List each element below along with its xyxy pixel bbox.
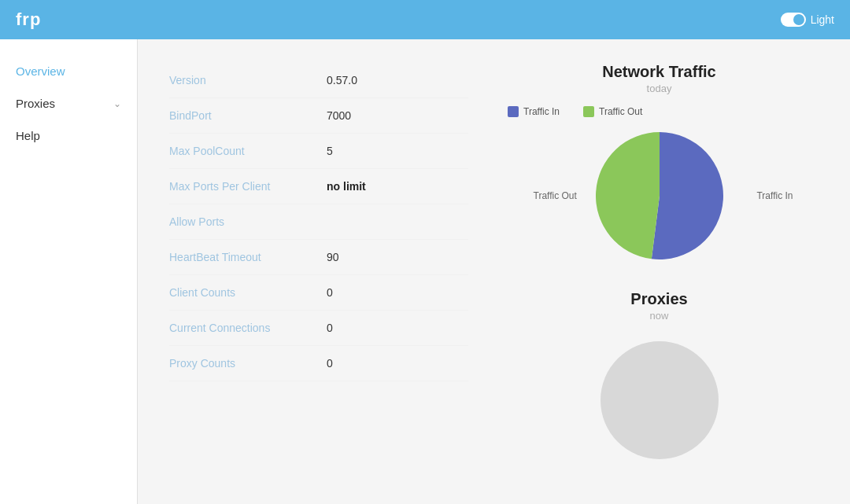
info-panel: Version0.57.0BindPort7000Max PoolCount5M… — [169, 63, 468, 480]
info-value: 90 — [327, 251, 339, 263]
network-traffic-subtitle: today — [647, 83, 672, 94]
info-label: Current Connections — [169, 322, 327, 334]
charts-panel: Network Traffic today Traffic In Traffic… — [500, 63, 819, 480]
info-label: Max PoolCount — [169, 145, 327, 157]
proxies-subtitle: now — [650, 310, 669, 322]
pie-label-right: Traffic In — [756, 190, 793, 201]
legend-traffic-in: Traffic In — [508, 106, 560, 117]
info-value: 0 — [327, 322, 333, 334]
pie-slice-traffic-in — [651, 132, 722, 259]
info-value: 7000 — [327, 109, 351, 122]
info-value: no limit — [327, 180, 366, 193]
info-label: Proxy Counts — [169, 357, 327, 370]
info-row: Max Ports Per Clientno limit — [169, 169, 468, 204]
theme-toggle-knob — [793, 14, 804, 25]
info-value: 0 — [327, 286, 333, 299]
info-label: Max Ports Per Client — [169, 180, 327, 193]
legend-label-traffic-in: Traffic In — [523, 106, 560, 117]
info-label: Client Counts — [169, 286, 327, 299]
info-row: Client Counts0 — [169, 275, 468, 311]
sidebar-item-help[interactable]: Help — [0, 120, 137, 152]
network-traffic-title: Network Traffic — [602, 63, 715, 81]
theme-label: Light — [811, 13, 834, 26]
info-row: Allow Ports — [169, 204, 468, 240]
sidebar-item-label-overview: Overview — [16, 64, 65, 78]
proxies-circle — [601, 341, 719, 459]
legend-traffic-out: Traffic Out — [583, 106, 642, 117]
info-label: BindPort — [169, 109, 327, 122]
proxies-title: Proxies — [630, 290, 687, 308]
sidebar-item-label-help: Help — [16, 129, 40, 142]
info-row: Current Connections0 — [169, 311, 468, 346]
proxies-section: Proxies now — [500, 290, 819, 459]
sidebar: Overview Proxies ⌄ Help — [0, 39, 138, 504]
pie-label-left: Traffic Out — [534, 190, 577, 201]
info-label: Version — [169, 74, 327, 86]
logo: frp — [16, 9, 41, 30]
theme-toggle-switch[interactable] — [781, 13, 806, 27]
info-row: Max PoolCount5 — [169, 134, 468, 169]
pie-chart-container: Traffic Out Traffic In — [534, 125, 785, 267]
network-traffic-section: Network Traffic today Traffic In Traffic… — [500, 63, 819, 267]
info-row: Proxy Counts0 — [169, 346, 468, 381]
info-label: HeartBeat Timeout — [169, 251, 327, 263]
legend-label-traffic-out: Traffic Out — [599, 106, 642, 117]
sidebar-item-label-proxies: Proxies — [16, 97, 55, 110]
chevron-down-icon: ⌄ — [113, 98, 121, 109]
info-row: HeartBeat Timeout90 — [169, 240, 468, 275]
legend-dot-traffic-out — [583, 106, 594, 117]
legend-dot-traffic-in — [508, 106, 519, 117]
header: frp Light — [0, 0, 850, 39]
main-content: Version0.57.0BindPort7000Max PoolCount5M… — [138, 39, 850, 504]
info-value: 0.57.0 — [327, 74, 357, 86]
layout: Overview Proxies ⌄ Help Version0.57.0Bin… — [0, 39, 850, 504]
sidebar-item-overview[interactable]: Overview — [0, 55, 137, 87]
info-value: 5 — [327, 145, 333, 157]
info-value: 0 — [327, 357, 333, 370]
pie-slice-traffic-out — [595, 132, 659, 259]
sidebar-item-proxies[interactable]: Proxies ⌄ — [0, 87, 137, 120]
theme-toggle-group[interactable]: Light — [781, 13, 834, 27]
info-label: Allow Ports — [169, 215, 327, 228]
pie-chart — [589, 125, 730, 267]
info-row: Version0.57.0 — [169, 63, 468, 98]
info-row: BindPort7000 — [169, 98, 468, 134]
